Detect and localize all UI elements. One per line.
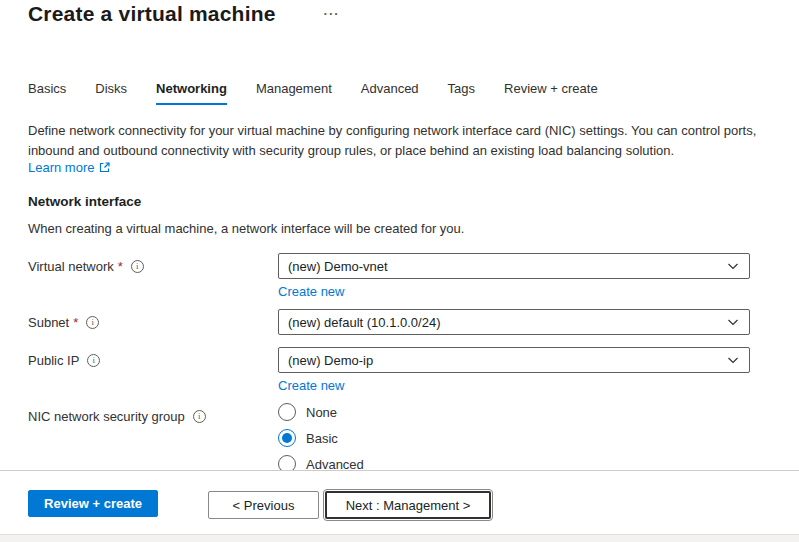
public-ip-value: (new) Demo-ip: [288, 353, 373, 368]
tab-basics[interactable]: Basics: [28, 81, 66, 105]
subnet-label: Subnet * i: [28, 309, 278, 335]
radio-icon: [278, 429, 296, 447]
radio-basic[interactable]: Basic: [278, 429, 750, 447]
tab-advanced[interactable]: Advanced: [361, 81, 419, 105]
info-icon[interactable]: i: [131, 260, 144, 273]
chevron-down-icon: [726, 259, 740, 273]
virtual-network-row: Virtual network * i (new) Demo-vnet Crea…: [28, 253, 772, 300]
previous-button[interactable]: < Previous: [208, 491, 319, 519]
next-management-button[interactable]: Next : Management >: [325, 491, 491, 519]
public-ip-label: Public IP i: [28, 347, 278, 394]
external-link-icon: [99, 162, 110, 173]
more-options-button[interactable]: ···: [324, 4, 340, 24]
create-new-vnet-link[interactable]: Create new: [278, 284, 344, 299]
radio-icon: [278, 403, 296, 421]
wizard-footer: Review + create < Previous Next : Manage…: [0, 470, 799, 542]
tab-review-create[interactable]: Review + create: [504, 81, 598, 105]
page-title: Create a virtual machine: [28, 2, 276, 26]
create-new-public-ip-link[interactable]: Create new: [278, 378, 344, 393]
networking-description: Define network connectivity for your vir…: [28, 121, 772, 161]
subnet-value: (new) default (10.1.0.0/24): [288, 315, 440, 330]
subnet-select[interactable]: (new) default (10.1.0.0/24): [278, 309, 750, 335]
learn-more-link[interactable]: Learn more: [28, 160, 110, 175]
virtual-network-label: Virtual network * i: [28, 253, 278, 300]
virtual-network-select[interactable]: (new) Demo-vnet: [278, 253, 750, 279]
radio-basic-label: Basic: [306, 431, 338, 446]
page-header: Create a virtual machine ···: [28, 2, 340, 26]
review-create-button[interactable]: Review + create: [28, 490, 158, 517]
info-icon[interactable]: i: [87, 354, 100, 367]
learn-more-label: Learn more: [28, 160, 94, 175]
required-mark: *: [118, 259, 123, 274]
radio-none-label: None: [306, 405, 337, 420]
tab-disks[interactable]: Disks: [95, 81, 127, 105]
tab-management[interactable]: Management: [256, 81, 332, 105]
info-icon[interactable]: i: [86, 316, 99, 329]
public-ip-row: Public IP i (new) Demo-ip Create new: [28, 347, 772, 394]
required-mark: *: [73, 315, 78, 330]
subnet-row: Subnet * i (new) default (10.1.0.0/24): [28, 309, 772, 335]
info-icon[interactable]: i: [193, 410, 206, 423]
bottom-strip: [0, 534, 799, 542]
tab-networking[interactable]: Networking: [156, 81, 227, 105]
network-interface-subtext: When creating a virtual machine, a netwo…: [28, 221, 464, 236]
wizard-tab-bar: Basics Disks Networking Management Advan…: [28, 81, 799, 105]
tab-tags[interactable]: Tags: [448, 81, 475, 105]
network-interface-heading: Network interface: [28, 194, 141, 209]
radio-none[interactable]: None: [278, 403, 750, 421]
chevron-down-icon: [726, 353, 740, 367]
public-ip-select[interactable]: (new) Demo-ip: [278, 347, 750, 373]
virtual-network-value: (new) Demo-vnet: [288, 259, 388, 274]
create-vm-page: Create a virtual machine ··· Basics Disk…: [0, 0, 799, 542]
chevron-down-icon: [726, 315, 740, 329]
